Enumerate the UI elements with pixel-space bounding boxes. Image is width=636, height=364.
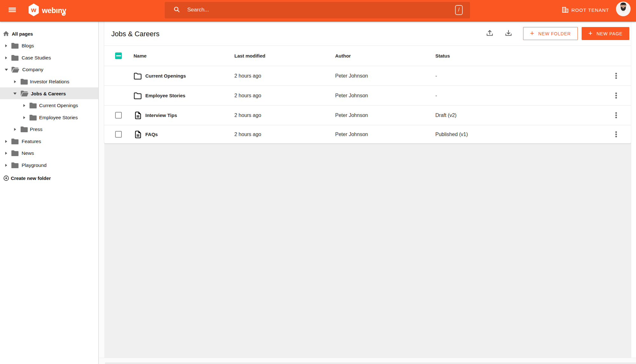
svg-text:w: w (31, 6, 37, 13)
